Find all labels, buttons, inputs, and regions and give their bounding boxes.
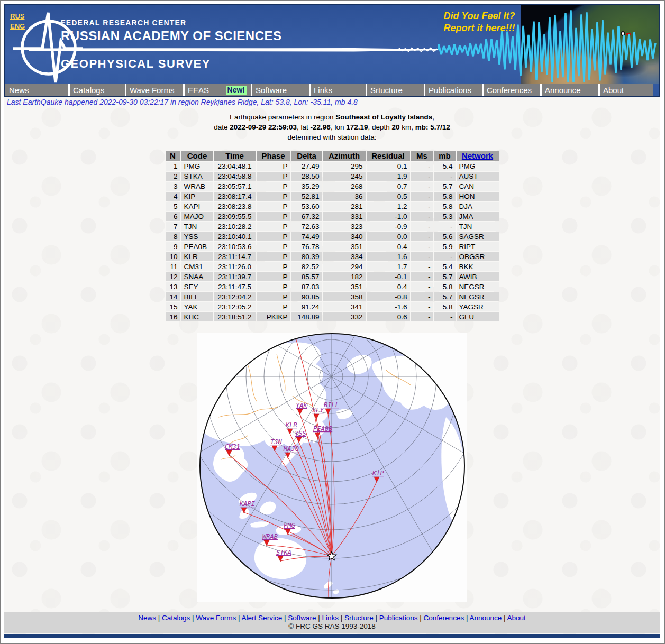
cell-residual: 0.4: [367, 282, 410, 291]
nav-item-about[interactable]: About: [598, 84, 653, 96]
cell-azimuth: 281: [323, 202, 366, 211]
footer-link-wave-forms[interactable]: Wave Forms: [196, 614, 236, 622]
cell-code: BILL: [181, 292, 213, 301]
station-label-CM31: CM31: [225, 443, 240, 450]
lang-link-eng[interactable]: ENG: [10, 21, 25, 31]
new-badge[interactable]: New!: [226, 86, 247, 95]
network-header-link[interactable]: Network: [462, 151, 493, 160]
summary-value: Southeast of Loyalty Islands: [335, 113, 432, 121]
cell-n: 5: [166, 202, 180, 211]
column-header-n: N: [166, 151, 180, 161]
page-background: RUS ENG FEDERAL RESEARCH CENTER RUSSIAN …: [4, 4, 660, 638]
table-row: 5KAPI23:08:23.8P53.602811.2-5.8DJA: [166, 202, 499, 211]
location-pin-icon: [621, 31, 625, 36]
table-row: 4KIP23:08:17.4P52.81360.5-5.8HON: [166, 192, 499, 201]
column-header-azimuth: Azimuth: [323, 151, 366, 161]
cell-n: 6: [166, 212, 180, 221]
summary-text: km,: [400, 123, 415, 131]
nav-item-conferences[interactable]: Conferences: [482, 84, 540, 96]
table-header-row: NCodeTimePhaseDeltaAzimuthResidualMsmbNe…: [166, 151, 499, 161]
cell-phase: P: [257, 262, 290, 271]
cell-phase: PKIKP: [257, 312, 290, 321]
cell-time: 23:08:17.4: [214, 192, 256, 201]
cell-delta: 72.63: [291, 222, 322, 231]
table-row: 6MAJO23:09:55.5P67.32331-1.0-5.3JMA: [166, 212, 499, 221]
nav-item-links[interactable]: Links: [309, 84, 366, 96]
footer-link-separator: |: [374, 614, 379, 622]
lang-link-rus[interactable]: RUS: [10, 11, 25, 21]
footer-link-publications[interactable]: Publications: [379, 614, 418, 622]
cell-network: GFU: [457, 312, 499, 321]
column-header-network: Network: [457, 151, 499, 161]
cell-time: 23:04:58.8: [214, 172, 256, 181]
summary-text: Earthquake parameters in region: [230, 113, 335, 121]
nav-item-announce[interactable]: Announce: [540, 84, 598, 96]
cell-azimuth: 358: [323, 292, 366, 301]
cell-azimuth: 268: [323, 182, 366, 191]
cell-ms: -: [411, 222, 433, 231]
station-label-KIP: KIP: [372, 470, 384, 477]
cell-code: CM31: [181, 262, 213, 271]
nav-item-news[interactable]: News: [5, 84, 68, 96]
nav-item-software[interactable]: Software: [251, 84, 309, 96]
last-earthquake-ticker: Last EarthQauke happened 2022-09-30 03:2…: [4, 97, 660, 107]
cell-network: AWIB: [457, 272, 499, 281]
footer-link-links[interactable]: Links: [322, 614, 339, 622]
cell-mb: 5.8: [434, 282, 456, 291]
footer-link-announce[interactable]: Announce: [469, 614, 502, 622]
nav-item-wave-forms[interactable]: Wave Forms: [125, 84, 183, 96]
cell-time: 23:05:57.1: [214, 182, 256, 191]
footer-link-conferences[interactable]: Conferences: [424, 614, 464, 622]
report-it-here-link[interactable]: Report it here!!!: [408, 22, 551, 34]
nav-item-label: Publications: [429, 86, 471, 95]
cell-residual: 0.1: [367, 162, 410, 171]
table-row: 7TJN23:10:28.2P72.63323-0.9--TJN: [166, 222, 499, 231]
nav-item-publications[interactable]: Publications: [424, 84, 482, 96]
cell-ms: -: [411, 162, 433, 171]
footer-link-separator: |: [156, 614, 162, 622]
cell-code: SNAA: [181, 272, 213, 281]
footer-link-software[interactable]: Software: [288, 614, 316, 622]
cell-network: JMA: [457, 212, 499, 221]
cell-code: PMG: [181, 162, 213, 171]
did-you-feel-it-link[interactable]: Did You Feel It?: [408, 10, 551, 22]
cell-delta: 148.89: [291, 312, 322, 321]
cell-code: KHC: [181, 312, 213, 321]
cell-phase: P: [257, 292, 290, 301]
cell-residual: 0.7: [367, 182, 410, 191]
footer-link-separator: |: [502, 614, 507, 622]
cell-residual: -1.0: [367, 212, 410, 221]
nav-item-catalogs[interactable]: Catalogs: [68, 84, 125, 96]
station-label-TJN: TJN: [270, 438, 282, 446]
cell-n: 13: [166, 282, 180, 291]
cell-mb: 5.7: [434, 182, 456, 191]
station-label-STKA: STKA: [276, 549, 291, 556]
cell-azimuth: 36: [323, 192, 366, 201]
station-parameters-table: NCodeTimePhaseDeltaAzimuthResidualMsmbNe…: [165, 150, 500, 323]
cell-n: 16: [166, 312, 180, 321]
nav-item-label: Conferences: [487, 86, 532, 95]
cell-phase: P: [257, 202, 290, 211]
cell-n: 4: [166, 192, 180, 201]
nav-item-eeas[interactable]: EEASNew!: [183, 84, 251, 96]
footer-link-srtucture[interactable]: Srtucture: [344, 614, 374, 622]
nav-item-srtucture[interactable]: Srtucture: [366, 84, 424, 96]
footer-link-news[interactable]: News: [138, 614, 156, 622]
cell-code: KIP: [181, 192, 213, 201]
cell-delta: 67.32: [291, 212, 322, 221]
cell-mb: 5.7: [434, 272, 456, 281]
cell-phase: P: [257, 242, 290, 251]
column-header-ms: Ms: [411, 151, 433, 161]
station-label-WRAB: WRAB: [262, 533, 278, 540]
nav-item-label: Catalogs: [73, 86, 104, 95]
cell-code: PEA0B: [181, 242, 213, 251]
table-row: 11CM3123:11:26.0P82.522941.7-5.4BKK: [166, 262, 499, 271]
summary-text: , depth: [368, 123, 391, 131]
nav-item-label: Software: [256, 86, 287, 95]
footer-link-alert-service[interactable]: Alert Service: [242, 614, 283, 622]
language-switcher: RUS ENG: [10, 11, 25, 31]
footer-link-about[interactable]: About: [507, 614, 525, 622]
footer-link-catalogs[interactable]: Catalogs: [162, 614, 190, 622]
cell-delta: 87.03: [291, 282, 322, 291]
cell-phase: P: [257, 222, 290, 231]
